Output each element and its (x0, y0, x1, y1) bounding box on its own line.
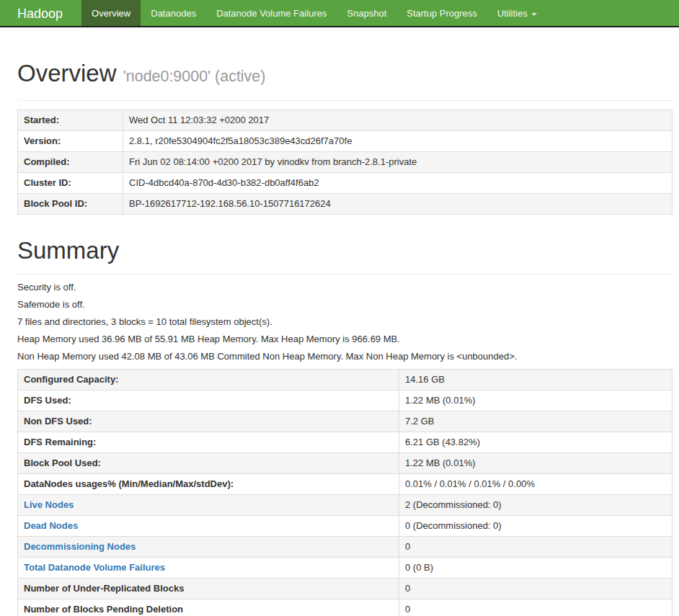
nav-items: Overview Datanodes Datanode Volume Failu… (81, 0, 547, 26)
row-label: Number of Under-Replicated Blocks (18, 579, 399, 599)
table-row: Dead Nodes 0 (Decommissioned: 0) (18, 516, 673, 537)
dead-nodes-link[interactable]: Dead Nodes (24, 520, 78, 531)
table-row: DFS Remaining: 6.21 GB (43.82%) (18, 432, 673, 453)
table-row: Decommissioning Nodes 0 (18, 537, 673, 558)
row-value: 6.21 GB (43.82%) (399, 432, 673, 453)
row-value: 0 (399, 537, 673, 558)
nav-tab-startup-progress[interactable]: Startup Progress (396, 0, 487, 26)
row-label: Number of Blocks Pending Deletion (18, 599, 399, 616)
summary-title: Summary (17, 238, 673, 264)
table-row: Number of Under-Replicated Blocks 0 (18, 579, 673, 599)
row-value: 0.01% / 0.01% / 0.01% / 0.00% (399, 474, 673, 495)
divider (17, 100, 673, 101)
row-label: Total Datanode Volume Failures (18, 558, 399, 579)
row-value: 14.16 GB (399, 370, 673, 390)
table-row: Version: 2.8.1, r20fe5304904fc2f5a18053c… (18, 131, 673, 152)
nav-tab-snapshot[interactable]: Snapshot (337, 0, 396, 26)
row-value: 1.22 MB (0.01%) (399, 390, 673, 411)
page-title: Overview 'node0:9000' (active) (17, 61, 673, 89)
row-value: 0 (399, 579, 673, 599)
page-content: Overview 'node0:9000' (active) Started: … (0, 61, 679, 616)
table-row: Block Pool ID: BP-1692617712-192.168.56.… (18, 194, 673, 215)
utilities-label: Utilities (497, 8, 528, 19)
row-label: Decommissioning Nodes (18, 537, 399, 558)
table-row: Live Nodes 2 (Decommissioned: 0) (18, 495, 673, 516)
overview-table: Started: Wed Oct 11 12:03:32 +0200 2017 … (17, 110, 673, 215)
total-datanode-volume-failures-link[interactable]: Total Datanode Volume Failures (24, 562, 165, 573)
row-label: Block Pool ID: (18, 194, 123, 215)
table-row: DFS Used: 1.22 MB (0.01%) (18, 390, 673, 411)
row-label: Configured Capacity: (18, 370, 399, 390)
table-row: Block Pool Used: 1.22 MB (0.01%) (18, 453, 673, 474)
table-row: DataNodes usages% (Min/Median/Max/stdDev… (18, 474, 673, 495)
row-label: DataNodes usages% (Min/Median/Max/stdDev… (18, 474, 399, 495)
nav-tab-datanode-volume-failures[interactable]: Datanode Volume Failures (206, 0, 337, 26)
decommissioning-nodes-link[interactable]: Decommissioning Nodes (24, 541, 136, 552)
row-label: Cluster ID: (18, 173, 123, 194)
row-value: 2.8.1, r20fe5304904fc2f5a18053c389e43cd2… (123, 131, 673, 152)
heap-memory-text: Heap Memory used 36.96 MB of 55.91 MB He… (17, 334, 673, 344)
security-status-text: Security is off. (17, 282, 673, 293)
row-label: Version: (18, 131, 123, 152)
row-label: Live Nodes (18, 495, 399, 516)
row-value: 0 (399, 599, 673, 616)
row-label: Block Pool Used: (18, 453, 399, 474)
row-value: BP-1692617712-192.168.56.10-150771617262… (123, 194, 673, 215)
summary-table: Configured Capacity: 14.16 GB DFS Used: … (17, 369, 673, 616)
divider (17, 274, 673, 274)
table-row: Non DFS Used: 7.2 GB (18, 411, 673, 432)
row-label: DFS Remaining: (18, 432, 399, 453)
row-value: 2 (Decommissioned: 0) (399, 495, 673, 516)
hadoop-brand[interactable]: Hadoop (17, 0, 81, 26)
live-nodes-link[interactable]: Live Nodes (24, 499, 74, 510)
nav-tab-overview[interactable]: Overview (81, 0, 141, 26)
table-row: Configured Capacity: 14.16 GB (18, 370, 673, 390)
safemode-status-text: Safemode is off. (17, 300, 673, 310)
overview-title-text: Overview (17, 60, 117, 86)
row-value: 1.22 MB (0.01%) (399, 453, 673, 474)
row-label: Non DFS Used: (18, 411, 399, 432)
row-label: Compiled: (18, 152, 123, 173)
row-value: Fri Jun 02 08:14:00 +0200 2017 by vinodk… (123, 152, 673, 173)
row-label: DFS Used: (18, 390, 399, 411)
row-label: Started: (18, 110, 123, 131)
top-navbar: Hadoop Overview Datanodes Datanode Volum… (0, 0, 679, 27)
namenode-address-subtitle: 'node0:9000' (active) (123, 68, 266, 85)
table-row: Total Datanode Volume Failures 0 (0 B) (18, 558, 673, 579)
row-label: Dead Nodes (18, 516, 399, 537)
caret-down-icon (531, 13, 537, 16)
non-heap-memory-text: Non Heap Memory used 42.08 MB of 43.06 M… (17, 352, 673, 362)
row-value: 0 (Decommissioned: 0) (399, 516, 673, 537)
table-row: Compiled: Fri Jun 02 08:14:00 +0200 2017… (18, 152, 673, 173)
row-value: 0 (0 B) (399, 558, 673, 579)
table-row: Cluster ID: CID-4dbcd40a-870d-4d30-b382-… (18, 173, 673, 194)
filesystem-objects-text: 7 files and directories, 3 blocks = 10 t… (17, 317, 673, 327)
row-value: Wed Oct 11 12:03:32 +0200 2017 (123, 110, 673, 131)
nav-dropdown-utilities[interactable]: Utilities (487, 0, 547, 26)
table-row: Started: Wed Oct 11 12:03:32 +0200 2017 (18, 110, 673, 131)
row-value: 7.2 GB (399, 411, 673, 432)
nav-tab-datanodes[interactable]: Datanodes (141, 0, 206, 26)
row-value: CID-4dbcd40a-870d-4d30-b382-db0aff4f6ab2 (123, 173, 673, 194)
table-row: Number of Blocks Pending Deletion 0 (18, 599, 673, 616)
